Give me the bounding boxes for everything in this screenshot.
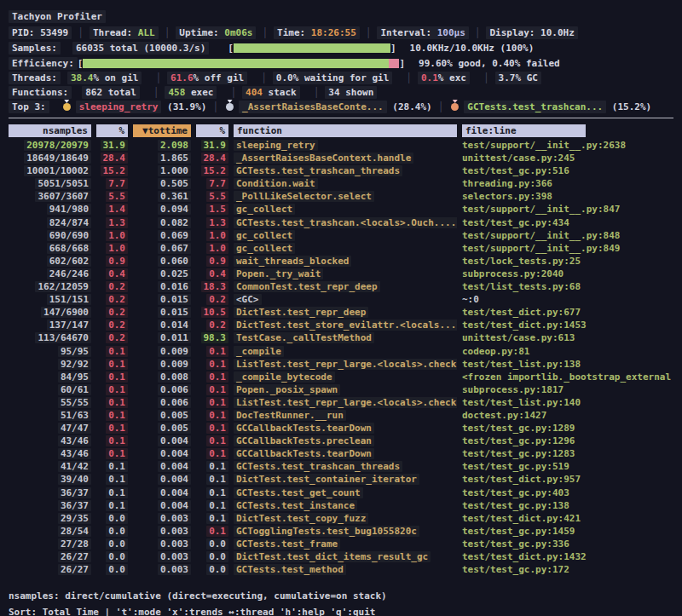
- table-row[interactable]: 92/920.10.0090.1ListTest.test_repr_large…: [9, 358, 673, 371]
- cell-function: _compile: [234, 345, 457, 358]
- table-row[interactable]: 20978/2097931.92.09831.9sleeping_retryte…: [9, 139, 673, 152]
- cell-function: TestCase._callTestMethod: [234, 331, 457, 344]
- table-row[interactable]: 51/630.10.0050.1DocTestRunner.__rundocte…: [9, 409, 673, 422]
- table-row[interactable]: 10001/1000215.21.00015.2GCTests.test_tra…: [9, 164, 673, 177]
- table-row[interactable]: 84/950.10.0080.1_compile_bytecode<frozen…: [9, 371, 673, 383]
- cell-fileline: test/test_gc.py:1283: [462, 447, 673, 460]
- thread-field[interactable]: Thread: ALL: [90, 26, 159, 39]
- stack-value: 404: [246, 87, 263, 98]
- cell-pct-direct: 1.4: [96, 203, 128, 216]
- cell-function: gc_collect: [234, 242, 457, 255]
- cell-fileline: unittest/case.py:245: [462, 152, 673, 164]
- top3-item-2[interactable]: _AssertRaisesBaseConte... (28.4%): [224, 101, 432, 112]
- cell-tottime: 0.082: [133, 216, 191, 229]
- cell-tottime: 0.361: [133, 190, 191, 203]
- table-row[interactable]: 147/69000.20.01510.5DictTest.test_repr_d…: [9, 306, 673, 319]
- top3-item-1[interactable]: sleeping_retry (31.9%): [61, 101, 207, 112]
- cell-pct-direct: 0.1: [96, 460, 128, 473]
- efficiency-bar: [83, 59, 399, 68]
- table-row[interactable]: 95/950.10.0090.1_compilecodeop.py:81: [9, 345, 673, 358]
- top3-item-3[interactable]: GCTests.test_trashcan... (15.2%): [449, 101, 651, 112]
- samples-bar-close: ]: [390, 43, 396, 54]
- divider: │: [366, 27, 372, 38]
- table-row[interactable]: 26/270.00.0030.0GCTests.test_methodtest/…: [9, 563, 673, 576]
- cell-tottime: 0.004: [133, 486, 191, 499]
- cell-pct-direct: 0.1: [96, 371, 128, 383]
- column-header-tottime[interactable]: ▼tottime: [133, 124, 191, 137]
- table-row[interactable]: 36/370.10.0040.1GCTests.test_get_countte…: [9, 486, 673, 499]
- cell-fileline: test/test_gc.py:519: [462, 460, 673, 473]
- table-row[interactable]: 26/270.00.0030.0DictTest.test_dict_items…: [9, 550, 673, 563]
- cell-pct-cumulative: 1.0: [196, 242, 228, 255]
- cell-pct-direct: 0.1: [96, 499, 128, 512]
- table-row[interactable]: 39/400.10.0040.1DictTest.test_container_…: [9, 473, 673, 486]
- cell-tottime: 0.006: [133, 383, 191, 396]
- table-row[interactable]: 162/120590.20.01618.3CommonTest.test_rep…: [9, 280, 673, 293]
- thread-label: Thread:: [93, 27, 132, 38]
- cell-nsamples: 162/12059: [9, 280, 91, 293]
- cell-nsamples: 26/27: [9, 563, 91, 576]
- table-row[interactable]: 137/1470.20.0140.2DictTest.test_store_ev…: [9, 319, 673, 331]
- cell-fileline: test/test_gc.py:336: [462, 538, 673, 550]
- cell-nsamples: 668/668: [9, 242, 91, 255]
- table-row[interactable]: 113/646700.20.01198.3TestCase._callTestM…: [9, 331, 673, 344]
- efficiency-bar-open: [: [78, 58, 84, 69]
- cell-pct-direct: 28.4: [96, 152, 128, 164]
- samples-rate: 10.0KHz/10.0KHz (100%): [410, 43, 535, 54]
- cell-fileline: test/test_gc.py:403: [462, 486, 673, 499]
- cell-tottime: 0.004: [133, 447, 191, 460]
- table-row[interactable]: 43/460.10.0040.1GCCallbackTests.tearDown…: [9, 447, 673, 460]
- cell-nsamples: 10001/10002: [9, 164, 91, 177]
- table-row[interactable]: 47/470.10.0050.1GCCallbackTests.tearDown…: [9, 422, 673, 435]
- cell-pct-direct: 0.0: [96, 512, 128, 525]
- table-row[interactable]: 246/2460.40.0250.4Popen._try_waitsubproc…: [9, 268, 673, 280]
- gc-value: 3.7: [499, 72, 516, 83]
- table-row[interactable]: 824/8741.30.0821.3GCTests.test_trashcan.…: [9, 216, 673, 229]
- table-row[interactable]: 55/550.10.0060.1ListTest.test_repr_large…: [9, 396, 673, 409]
- table-row[interactable]: 41/420.10.0040.1GCTests.test_trashcan_th…: [9, 460, 673, 473]
- cell-pct-direct: 0.2: [96, 331, 128, 344]
- functions-exec: 458 exec: [165, 86, 217, 99]
- cell-tottime: 0.025: [133, 268, 191, 280]
- column-header-fileline[interactable]: file:line: [462, 124, 673, 137]
- table-row[interactable]: 36/370.10.0040.1GCTests.test_instancetes…: [9, 499, 673, 512]
- efficiency-row: Efficiency: [ ] 99.60% good, 0.40% faile…: [9, 55, 673, 71]
- table-row[interactable]: 18649/1864928.41.86528.4_AssertRaisesBas…: [9, 152, 673, 164]
- cell-fileline: test/test_gc.py:138: [462, 499, 673, 512]
- cell-pct-direct: 0.1: [96, 473, 128, 486]
- divider: │: [155, 72, 161, 83]
- table-row[interactable]: 3607/36075.50.3615.5_PollLikeSelector.se…: [9, 190, 673, 203]
- cell-pct-cumulative: 18.3: [196, 280, 228, 293]
- table-row[interactable]: 28/540.00.0030.1GCTogglingTests.test_bug…: [9, 525, 673, 538]
- cell-pct-cumulative: 0.9: [196, 255, 228, 268]
- cell-pct-direct: 1.3: [96, 216, 128, 229]
- cell-function: GCTests.test_trashcan.<locals>.Ouch....: [234, 216, 457, 229]
- column-header-nsamples[interactable]: nsamples: [9, 124, 91, 137]
- cell-tottime: 0.008: [133, 371, 191, 383]
- table-row[interactable]: 690/6901.00.0691.0gc_collecttest/support…: [9, 229, 673, 242]
- table-row[interactable]: 27/280.00.0030.0GCTests.test_frametest/t…: [9, 538, 673, 550]
- cell-pct-direct: 1.0: [96, 242, 128, 255]
- table-row[interactable]: 941/9801.40.0941.5gc_collecttest/support…: [9, 203, 673, 216]
- column-header-pct-cumulative[interactable]: %: [196, 124, 228, 137]
- total-value: 862: [85, 87, 102, 98]
- table-row[interactable]: 43/460.10.0040.1GCCallbackTests.preclean…: [9, 435, 673, 447]
- total-suffix: total: [102, 87, 136, 98]
- cell-pct-direct: 7.7: [96, 177, 128, 190]
- table-row[interactable]: 151/1510.20.0150.2<GC>~:0: [9, 293, 673, 306]
- column-header-function[interactable]: function: [234, 124, 457, 137]
- table-row[interactable]: 29/350.00.0030.1DictTest.test_copy_fuzzt…: [9, 512, 673, 525]
- shown-value: 34: [328, 87, 339, 98]
- table-row[interactable]: 60/610.10.0060.1Popen._posix_spawnsubpro…: [9, 383, 673, 396]
- cell-pct-cumulative: 0.0: [196, 550, 228, 563]
- cell-nsamples: 36/37: [9, 486, 91, 499]
- uptime-field: Uptime: 0m06s: [176, 26, 256, 39]
- column-header-pct-direct[interactable]: %: [96, 124, 128, 137]
- cell-pct-direct: 0.1: [96, 422, 128, 435]
- cell-tottime: 0.009: [133, 358, 191, 371]
- cell-function: DictTest.test_store_evilattr.<locals...: [234, 319, 457, 331]
- table-row[interactable]: 668/6681.00.0671.0gc_collecttest/support…: [9, 242, 673, 255]
- cell-nsamples: 113/64670: [9, 331, 91, 344]
- table-row[interactable]: 602/6020.90.0600.9wait_threads_blockedte…: [9, 255, 673, 268]
- table-row[interactable]: 5051/50517.70.5057.7Condition.waitthread…: [9, 177, 673, 190]
